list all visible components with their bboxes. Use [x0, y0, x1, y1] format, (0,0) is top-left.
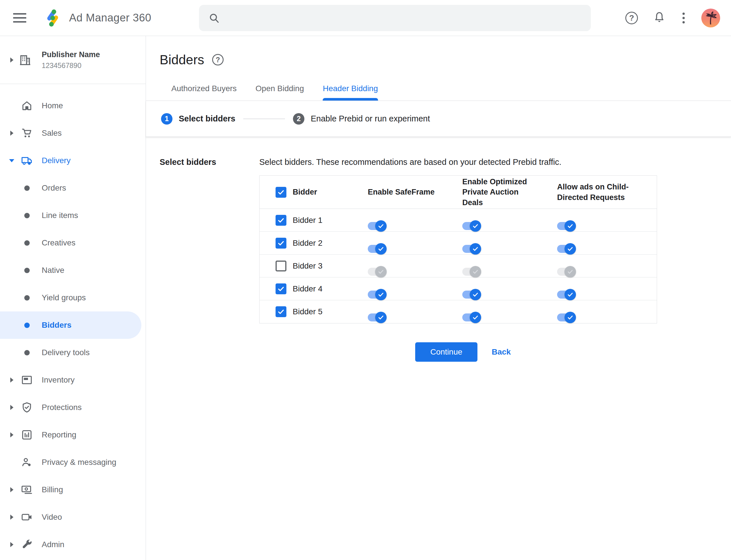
bullet-icon [18, 319, 36, 331]
sidebar-item-video[interactable]: Video [0, 503, 146, 531]
bidders-table: Bidder Enable SafeFrame Enable Optimized… [259, 175, 657, 323]
page-title: Bidders [160, 52, 204, 67]
privacy-icon [18, 456, 36, 469]
sidebar-item-label: Video [42, 513, 62, 522]
sidebar-item-label: Creatives [42, 238, 75, 247]
continue-button[interactable]: Continue [415, 342, 477, 362]
bidder-name: Bidder 4 [293, 284, 368, 293]
bullet-icon [24, 323, 30, 328]
row-checkbox[interactable] [276, 283, 287, 294]
sidebar-item-native[interactable]: Native [0, 257, 146, 284]
bullet-icon [18, 346, 36, 359]
chevron-right-icon [10, 377, 13, 383]
bidder-name: Bidder 2 [293, 239, 368, 248]
report-icon [18, 429, 36, 441]
app-title: Ad Manager 360 [69, 12, 151, 24]
help-icon[interactable] [625, 12, 638, 24]
bullet-icon [24, 295, 30, 301]
row-checkbox[interactable] [276, 261, 287, 271]
tab-authorized-buyers[interactable]: Authorized Buyers [171, 84, 237, 101]
sidebar-nav: Home Sales Delivery Orders Line items Cr… [0, 84, 146, 558]
home-icon [18, 99, 36, 112]
row-checkbox[interactable] [276, 215, 287, 226]
sidebar-item-delivery[interactable]: Delivery [0, 147, 146, 174]
step-1-circle: 1 [161, 113, 173, 125]
sidebar-item-bidders[interactable]: Bidders [0, 311, 141, 339]
notifications-icon[interactable] [653, 11, 666, 25]
table-row-bidder-2: Bidder 2 [260, 232, 657, 255]
column-header-child-directed: Allow ads on Child-Directed Requests [557, 182, 631, 203]
step-enable-prebid: 2 Enable Prebid or run experiment [293, 113, 430, 125]
bullet-icon [18, 264, 36, 277]
sidebar-item-creatives[interactable]: Creatives [0, 229, 146, 257]
adunit-icon [18, 374, 36, 386]
table-row-bidder-1: Bidder 1 [260, 209, 657, 232]
chevron-down-icon [9, 159, 14, 162]
menu-icon[interactable] [13, 11, 29, 25]
sidebar-item-protections[interactable]: Protections [0, 394, 146, 421]
bidder-name: Bidder 3 [293, 261, 368, 271]
sidebar-item-label: Reporting [42, 430, 76, 439]
sidebar-item-label: Bidders [42, 321, 71, 330]
select-all-checkbox[interactable] [276, 187, 287, 198]
bullet-icon [18, 237, 36, 249]
bullet-icon [24, 213, 30, 218]
tab-bar: Authorized BuyersOpen BiddingHeader Bidd… [171, 84, 731, 101]
sidebar-item-label: Inventory [42, 375, 75, 385]
row-checkbox[interactable] [276, 238, 287, 249]
ad-manager-logo-icon [42, 8, 62, 28]
admin-icon [18, 538, 36, 551]
page-title-help-icon[interactable] [212, 54, 224, 65]
sidebar-item-admin[interactable]: Admin [0, 531, 146, 558]
sidebar-item-home[interactable]: Home [0, 92, 146, 119]
sidebar-item-label: Delivery [42, 156, 71, 165]
sidebar-item-label: Native [42, 266, 64, 275]
search-input[interactable] [227, 13, 591, 23]
sidebar-item-billing[interactable]: Billing [0, 476, 146, 503]
back-link[interactable]: Back [492, 347, 511, 357]
step-connector [243, 119, 285, 119]
sidebar-item-delivery-tools[interactable]: Delivery tools [0, 339, 146, 366]
account-avatar[interactable] [701, 9, 720, 27]
sidebar-item-inventory[interactable]: Inventory [0, 366, 146, 394]
palm-tree-icon [702, 9, 719, 27]
sidebar-item-yield-groups[interactable]: Yield groups [0, 284, 146, 311]
bullet-icon [24, 350, 30, 355]
table-row-bidder-4: Bidder 4 [260, 277, 657, 300]
sidebar: Publisher Name 1234567890 Home Sales Del… [0, 36, 146, 560]
tab-open-bidding[interactable]: Open Bidding [256, 84, 304, 101]
row-checkbox[interactable] [276, 306, 287, 317]
sidebar-item-reporting[interactable]: Reporting [0, 421, 146, 449]
chevron-right-icon [10, 57, 13, 63]
building-icon [18, 53, 32, 67]
bidder-name: Bidder 5 [293, 307, 368, 316]
stepper: 1 Select bidders 2 Enable Prebid or run … [146, 101, 731, 137]
sidebar-item-label: Billing [42, 485, 63, 494]
sidebar-item-line-items[interactable]: Line items [0, 202, 146, 229]
search-bar[interactable] [199, 5, 591, 31]
table-row-bidder-5: Bidder 5 [260, 300, 657, 323]
bullet-icon [18, 209, 36, 222]
sidebar-item-label: Yield groups [42, 293, 86, 302]
sidebar-item-label: Line items [42, 211, 78, 220]
publisher-switcher[interactable]: Publisher Name 1234567890 [0, 36, 146, 84]
top-app-bar: Ad Manager 360 [0, 0, 731, 36]
truck-icon [18, 154, 36, 167]
chevron-right-icon [10, 487, 13, 492]
sidebar-item-orders[interactable]: Orders [0, 174, 146, 202]
column-header-optimized-deals: Enable Optimized Private Auction Deals [462, 177, 536, 208]
tab-header-bidding[interactable]: Header Bidding [323, 84, 378, 101]
sidebar-item-label: Admin [42, 540, 64, 549]
search-icon [208, 12, 220, 24]
sidebar-item-privacy-messaging[interactable]: Privacy & messaging [0, 449, 146, 476]
sidebar-item-sales[interactable]: Sales [0, 119, 146, 147]
column-header-safeframe: Enable SafeFrame [368, 187, 441, 197]
more-options-icon[interactable] [681, 11, 686, 25]
sidebar-item-label: Privacy & messaging [42, 458, 116, 467]
step-select-bidders: 1 Select bidders [161, 113, 235, 125]
table-row-bidder-3: Bidder 3 [260, 255, 657, 277]
sidebar-item-label: Sales [42, 129, 62, 138]
chevron-right-icon [10, 515, 13, 520]
sidebar-item-label: Protections [42, 403, 82, 412]
bullet-icon [24, 240, 30, 246]
